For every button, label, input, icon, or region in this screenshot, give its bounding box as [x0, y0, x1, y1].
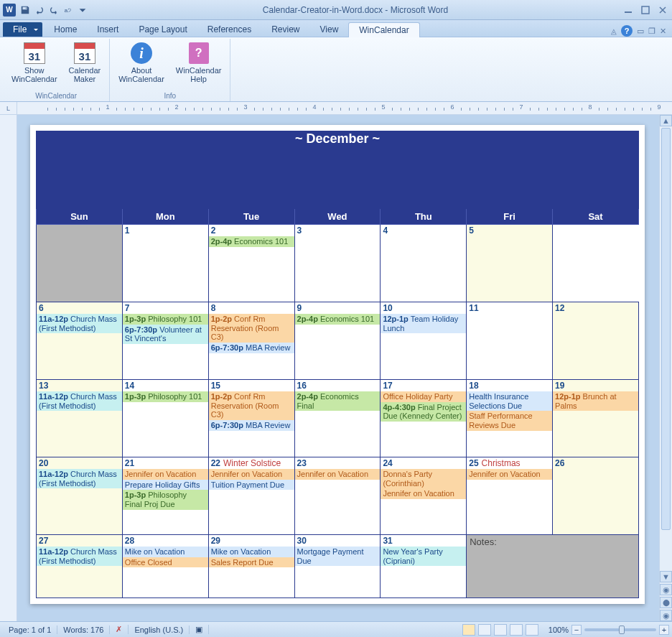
calendar-day-cell[interactable]: 5 — [467, 225, 553, 302]
calendar-day-cell[interactable]: 28Mike on VacationOffice Closed — [122, 535, 208, 598]
calendar-event[interactable]: 12p-1p Brunch at Palms — [553, 391, 638, 411]
calendar-event[interactable]: 11a-12p Church Mass (First Methodist) — [37, 314, 122, 333]
calendar-event[interactable]: 1p-2p Conf Rm Reservation (Room C3) — [209, 391, 294, 420]
calendar-event[interactable]: Jennifer on Vacation — [123, 469, 208, 480]
calendar-event[interactable]: Jennifer on Vacation — [381, 488, 466, 499]
tab-view[interactable]: View — [310, 22, 349, 37]
ruler-corner[interactable]: L — [0, 102, 17, 115]
calendar-day-cell[interactable]: 29Mike on VacationSales Report Due — [208, 535, 294, 598]
view-full-screen-icon[interactable] — [478, 624, 491, 636]
calendar-day-cell[interactable]: 2011a-12p Church Mass (First Methodist) — [37, 457, 123, 535]
calendar-event[interactable]: 11a-12p Church Mass (First Methodist) — [37, 469, 122, 488]
calendar-event[interactable]: 1p-2p Conf Rm Reservation (Room C3) — [209, 314, 294, 343]
save-icon[interactable] — [19, 4, 32, 17]
undo-icon[interactable] — [33, 4, 46, 17]
calendar-event[interactable]: Jennifer on Vacation — [467, 469, 552, 480]
close-icon[interactable] — [656, 4, 669, 16]
calendar-day-cell[interactable]: 23Jennifer on Vacation — [294, 457, 381, 535]
tab-review[interactable]: Review — [261, 22, 309, 37]
calendar-event[interactable]: 6p-7:30p Volunteer at St Vincent's — [123, 325, 208, 344]
calendar-day-cell[interactable]: 24Donna's Party (Corinthian)Jennifer on … — [381, 457, 467, 535]
qat-lang-icon[interactable]: a੭ — [62, 4, 75, 17]
vertical-scrollbar[interactable]: ▲ ▼ ◉ ⬤ ◉ — [659, 115, 672, 621]
redo-icon[interactable] — [47, 4, 60, 17]
calendar-event[interactable]: Staff Performance Reviews Due — [467, 411, 552, 430]
about-wincalendar-button[interactable]: i About WinCalendar — [114, 40, 169, 85]
status-page[interactable]: Page: 1 of 1 — [3, 626, 57, 634]
calendar-event[interactable]: 4p-4:30p Final Project Due (Kennedy Cent… — [381, 402, 466, 422]
calendar-day-cell[interactable]: 30Mortgage Payment Due — [294, 535, 381, 598]
calendar-day-cell[interactable]: 22Winter SolsticeJennifer on VacationTui… — [208, 457, 294, 535]
tab-page-layout[interactable]: Page Layout — [129, 22, 197, 37]
calendar-event[interactable]: 1p-3p Philosophy 101 — [123, 314, 208, 325]
mdi-restore-icon[interactable]: ❐ — [648, 27, 655, 36]
view-outline-icon[interactable] — [510, 624, 523, 636]
calendar-event[interactable]: Mike on Vacation — [209, 547, 294, 557]
show-wincalendar-button[interactable]: 31 Show WinCalendar — [7, 40, 62, 85]
calendar-event[interactable]: Office Closed — [123, 557, 208, 568]
browse-object-icon[interactable]: ⬤ — [660, 597, 672, 608]
next-page-icon[interactable]: ◉ — [660, 610, 672, 621]
status-proofing-icon[interactable]: ✗ — [110, 625, 129, 634]
calendar-maker-button[interactable]: 31 Calendar Maker — [65, 40, 106, 85]
scroll-up-icon[interactable]: ▲ — [660, 115, 672, 126]
calendar-day-cell[interactable]: 31New Year's Party (Cipriani) — [381, 535, 467, 598]
calendar-event[interactable]: New Year's Party (Cipriani) — [381, 547, 466, 566]
calendar-day-cell[interactable]: 81p-2p Conf Rm Reservation (Room C3)6p-7… — [208, 302, 294, 380]
calendar-event[interactable]: Donna's Party (Corinthian) — [381, 469, 466, 488]
minimize-icon[interactable] — [622, 4, 635, 16]
calendar-day-cell[interactable]: 151p-2p Conf Rm Reservation (Room C3)6p-… — [208, 380, 294, 457]
calendar-event[interactable]: Tuition Payment Due — [209, 480, 294, 490]
view-draft-icon[interactable] — [526, 624, 538, 636]
mdi-minimize-icon[interactable]: ▭ — [637, 27, 644, 36]
calendar-day-cell[interactable]: 1012p-1p Team Holiday Lunch — [381, 302, 467, 380]
wincalendar-help-button[interactable]: ? WinCalendar Help — [172, 40, 226, 85]
calendar-day-cell[interactable]: 22p-4p Economics 101 — [208, 225, 294, 302]
calendar-day-cell[interactable]: 25ChristmasJennifer on Vacation — [467, 457, 553, 535]
zoom-in-icon[interactable]: + — [659, 625, 669, 635]
notes-cell[interactable]: Notes: — [467, 535, 639, 598]
ruler-horizontal[interactable]: 123456789 — [17, 102, 672, 115]
tab-file[interactable]: File — [3, 22, 42, 37]
calendar-day-cell[interactable]: 1311a-12p Church Mass (First Methodist) — [37, 380, 123, 457]
tab-insert[interactable]: Insert — [87, 22, 129, 37]
maximize-icon[interactable] — [639, 4, 652, 16]
calendar-event[interactable]: 6p-7:30p MBA Review — [209, 343, 294, 353]
tab-wincalendar[interactable]: WinCalendar — [348, 22, 419, 37]
status-words[interactable]: Words: 176 — [57, 626, 110, 634]
calendar-event[interactable]: Jennifer on Vacation — [295, 469, 381, 480]
zoom-level[interactable]: 100% — [549, 626, 569, 634]
calendar-event[interactable]: Sales Report Due — [209, 557, 294, 568]
calendar-event[interactable]: 11a-12p Church Mass (First Methodist) — [37, 391, 122, 411]
zoom-slider[interactable] — [584, 628, 656, 631]
calendar-day-cell[interactable]: 71p-3p Philosophy 1016p-7:30p Volunteer … — [122, 302, 208, 380]
view-print-layout-icon[interactable] — [462, 624, 475, 636]
calendar-event[interactable]: 2p-4p Economics 101 — [209, 236, 294, 247]
status-language[interactable]: English (U.S.) — [129, 626, 190, 634]
calendar-event[interactable]: Prepare Holiday Gifts — [123, 480, 208, 490]
calendar-day-cell[interactable]: 2711a-12p Church Mass (First Methodist) — [37, 535, 123, 598]
zoom-out-icon[interactable]: − — [571, 625, 582, 635]
calendar-event[interactable]: Health Insurance Selections Due — [467, 391, 552, 411]
calendar-day-cell[interactable]: 26 — [553, 457, 639, 535]
calendar-day-cell[interactable]: 1 — [122, 225, 208, 302]
calendar-day-cell[interactable]: 162p-4p Economics Final — [294, 380, 381, 457]
calendar-event[interactable]: Office Holiday Party — [381, 391, 466, 402]
calendar-day-cell[interactable]: 11 — [467, 302, 553, 380]
calendar-day-cell[interactable]: 141p-3p Philosophy 101 — [122, 380, 208, 457]
calendar-event[interactable]: 6p-7:30p MBA Review — [209, 420, 294, 431]
calendar-event[interactable]: 1p-3p Philosophy 101 — [123, 391, 208, 402]
calendar-day-cell[interactable]: 4 — [381, 225, 467, 302]
calendar-day-cell[interactable]: 12 — [553, 302, 639, 380]
view-web-layout-icon[interactable] — [494, 624, 507, 636]
calendar-event[interactable]: 12p-1p Team Holiday Lunch — [381, 314, 466, 333]
calendar-event[interactable]: Jennifer on Vacation — [209, 469, 294, 480]
tab-home[interactable]: Home — [44, 22, 87, 37]
calendar-event[interactable]: 2p-4p Economics 101 — [295, 314, 381, 325]
calendar-event[interactable]: 1p-3p Philosophy Final Proj Due — [123, 490, 208, 509]
ruler-vertical[interactable] — [0, 115, 17, 621]
help-icon[interactable]: ? — [621, 25, 633, 37]
calendar-event[interactable]: 2p-4p Economics Final — [295, 391, 381, 411]
calendar-day-cell[interactable]: 18Health Insurance Selections DueStaff P… — [467, 380, 553, 457]
mdi-close-icon[interactable]: ✕ — [660, 27, 666, 36]
